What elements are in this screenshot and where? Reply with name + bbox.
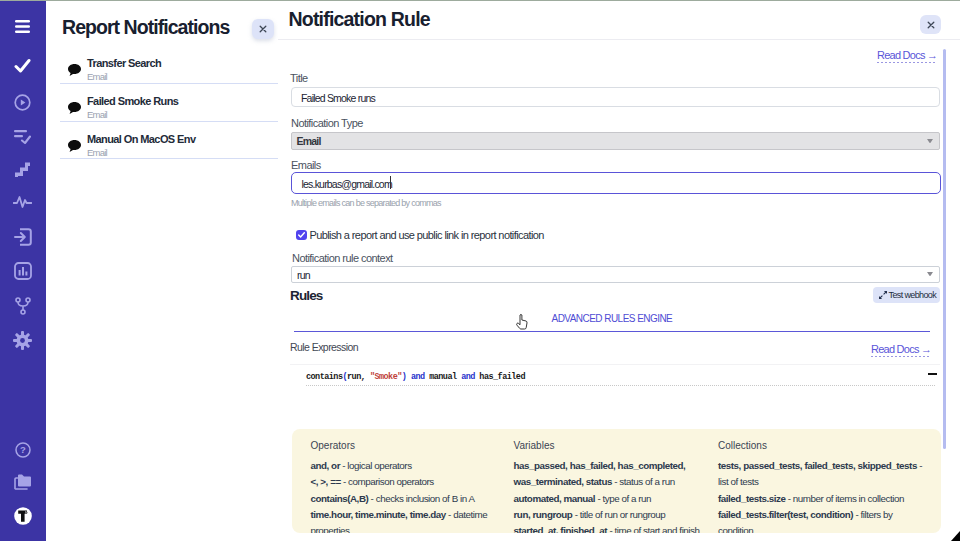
svg-text:?: ? bbox=[20, 444, 26, 455]
